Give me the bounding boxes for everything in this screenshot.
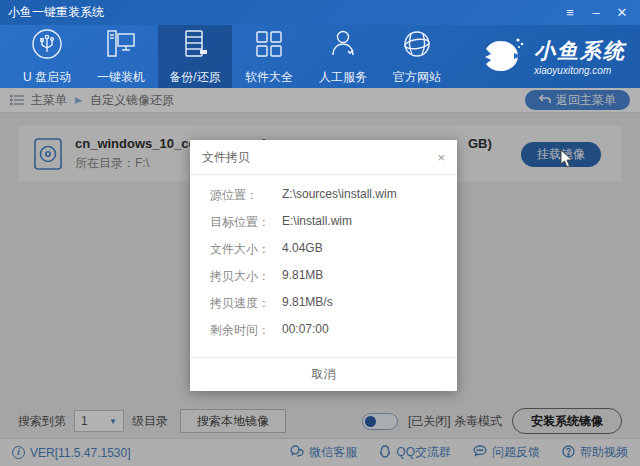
computer-icon	[104, 27, 138, 64]
dialog-body: 源位置： Z:\sources\install.wim 目标位置： E:\ins…	[190, 175, 457, 357]
nav-label: 官方网站	[393, 69, 441, 86]
nav-label: U 盘启动	[23, 69, 71, 86]
dialog-row-copy-speed: 拷贝速度： 9.81MB/s	[210, 295, 445, 312]
nav-item-one-key-install[interactable]: 一键装机	[84, 25, 158, 88]
row-label: 源位置：	[210, 187, 282, 204]
main-nav: U 盘启动 一键装机 备份/还原 软件大全 人工服务	[0, 25, 640, 88]
nav-item-backup-restore[interactable]: 备份/还原	[158, 25, 232, 88]
backup-server-icon	[178, 27, 212, 64]
usb-icon	[30, 27, 64, 64]
close-icon[interactable]: ✕	[612, 4, 632, 22]
dialog-row-time-remaining: 剩余时间： 00:07:00	[210, 322, 445, 339]
dialog-row-target: 目标位置： E:\install.wim	[210, 214, 445, 231]
file-copy-dialog: 文件拷贝 × 源位置： Z:\sources\install.wim 目标位置：…	[190, 140, 457, 391]
brand-domain: xiaoyuxitong.com	[534, 65, 626, 76]
nav-label: 一键装机	[97, 69, 145, 86]
row-label: 文件大小：	[210, 241, 282, 258]
minimize-icon[interactable]: –	[586, 4, 606, 22]
brand-name: 小鱼系统	[534, 37, 626, 65]
nav-item-official-website[interactable]: 官方网站	[380, 25, 454, 88]
dialog-row-copied-size: 拷贝大小： 9.81MB	[210, 268, 445, 285]
dialog-header: 文件拷贝 ×	[190, 140, 457, 175]
row-value: 00:07:00	[282, 322, 329, 339]
title-bar: 小鱼一键重装系统 ≡ – ✕	[0, 0, 640, 25]
row-value: E:\install.wim	[282, 214, 352, 231]
fish-logo-icon	[480, 33, 526, 80]
dialog-footer: 取消	[190, 357, 457, 391]
dialog-title: 文件拷贝	[202, 149, 250, 166]
nav-label: 软件大全	[245, 69, 293, 86]
nav-item-software-collection[interactable]: 软件大全	[232, 25, 306, 88]
window-title: 小鱼一键重装系统	[8, 4, 104, 21]
app-window: 小鱼一键重装系统 ≡ – ✕ U 盘启动 一键装机 备份/还原	[0, 0, 640, 466]
nav-label: 人工服务	[319, 69, 367, 86]
nav-item-usb-boot[interactable]: U 盘启动	[10, 25, 84, 88]
person-service-icon	[326, 27, 360, 64]
dialog-row-source: 源位置： Z:\sources\install.wim	[210, 187, 445, 204]
cancel-button[interactable]: 取消	[282, 362, 366, 387]
menu-icon[interactable]: ≡	[560, 4, 580, 22]
apps-grid-icon	[252, 27, 286, 64]
row-value: 4.04GB	[282, 241, 323, 258]
dialog-close-icon[interactable]: ×	[437, 152, 445, 164]
brand-logo: 小鱼系统 xiaoyuxitong.com	[480, 25, 626, 88]
globe-icon	[400, 27, 434, 64]
row-value: 9.81MB	[282, 268, 323, 285]
nav-item-human-service[interactable]: 人工服务	[306, 25, 380, 88]
row-label: 剩余时间：	[210, 322, 282, 339]
row-label: 拷贝大小：	[210, 268, 282, 285]
window-controls: ≡ – ✕	[560, 4, 632, 22]
row-value: 9.81MB/s	[282, 295, 333, 312]
row-label: 目标位置：	[210, 214, 282, 231]
row-label: 拷贝速度：	[210, 295, 282, 312]
dialog-row-file-size: 文件大小： 4.04GB	[210, 241, 445, 258]
nav-label: 备份/还原	[169, 69, 220, 86]
row-value: Z:\sources\install.wim	[282, 187, 397, 204]
